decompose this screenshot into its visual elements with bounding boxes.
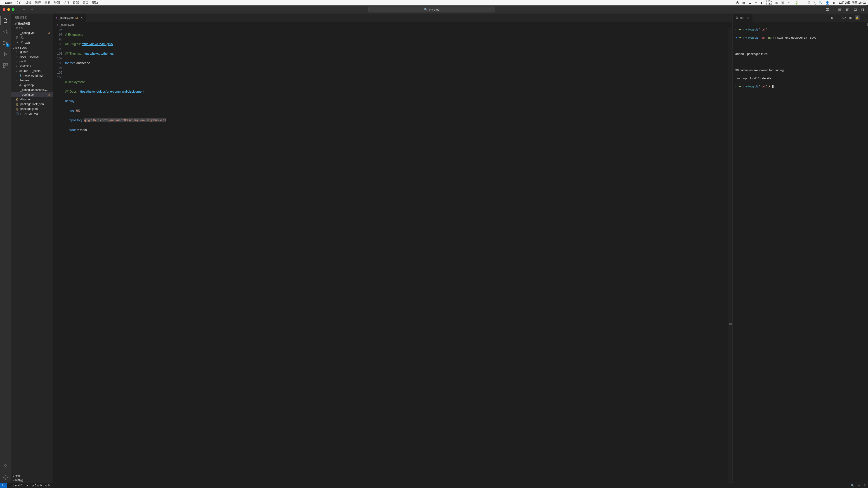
json-icon: {} bbox=[16, 102, 19, 106]
svg-rect-7 bbox=[3, 64, 5, 65]
panel-right-icon[interactable]: ◨ bbox=[860, 7, 865, 12]
section-project[interactable]: ⌄ MY-BLOG bbox=[11, 46, 53, 50]
evernote-icon[interactable]: 🐘 bbox=[781, 1, 785, 4]
chevron-right-icon: › bbox=[16, 60, 18, 63]
status-bar: ⎇ main* ⟳ ⊘ 0 ⚠ 0 ⊍ 0 🔍 ☺ 🕭 bbox=[0, 483, 868, 488]
chevron-down-icon[interactable]: ⌄ bbox=[833, 8, 835, 11]
terminal-output[interactable]: ○ ➜ my-blog git:(main) ● ➜ my-blog git:(… bbox=[733, 22, 868, 483]
file-gitkeep[interactable]: ◆.gitkeep bbox=[11, 83, 53, 88]
close-icon[interactable]: ✕ bbox=[16, 41, 19, 44]
open-editor-zsh[interactable]: ✕ ⧉ zsh bbox=[11, 40, 53, 45]
section-open-editors[interactable]: ⌄ 打开的编辑器 bbox=[11, 22, 53, 26]
menu-edit[interactable]: 编辑 bbox=[26, 1, 31, 5]
scrollbar-thumb[interactable] bbox=[867, 23, 868, 26]
wifi-icon[interactable]: ᯤ bbox=[788, 1, 792, 4]
folder-public[interactable]: ›public bbox=[11, 59, 53, 64]
remote-button[interactable] bbox=[0, 483, 7, 488]
file-package-json[interactable]: {}package.json bbox=[11, 106, 53, 111]
folder-github[interactable]: ›.github bbox=[11, 50, 53, 54]
folder-themes[interactable]: ⌄themes bbox=[11, 78, 53, 83]
siri-icon[interactable]: ◉ bbox=[833, 1, 835, 4]
add-button[interactable]: + bbox=[836, 16, 838, 20]
macos-menubar: Code 文件 编辑 选择 查看 转到 运行 终端 窗口 帮助 ⦿ ▦ ☁︎ ✧… bbox=[0, 0, 868, 5]
battery-icon[interactable]: 🔋 bbox=[795, 1, 798, 4]
activity-debug[interactable] bbox=[0, 49, 11, 59]
app-name[interactable]: Code bbox=[5, 1, 12, 4]
user-icon[interactable]: 👤 bbox=[826, 1, 829, 4]
menu-select[interactable]: 选择 bbox=[35, 1, 41, 5]
file-readme[interactable]: ⓘREADME.md bbox=[11, 111, 53, 117]
sync-button[interactable]: ⟳ bbox=[26, 484, 28, 487]
bell-icon[interactable]: 🕭 bbox=[864, 484, 866, 487]
tray-icon[interactable]: ▦ bbox=[742, 1, 745, 4]
bold-button[interactable]: B bbox=[831, 16, 833, 20]
file-db-json[interactable]: {}db.json bbox=[11, 97, 53, 102]
menu-go[interactable]: 转到 bbox=[54, 1, 60, 5]
zoom-window-button[interactable] bbox=[12, 8, 14, 11]
copilot-status-icon[interactable]: ☺ bbox=[858, 484, 860, 487]
folder-scaffolds[interactable]: ›scaffolds bbox=[11, 64, 53, 68]
menu-file[interactable]: 文件 bbox=[16, 1, 22, 5]
spotlight-icon[interactable]: 🔍 bbox=[818, 1, 822, 4]
more-icon[interactable]: ⋯ bbox=[862, 16, 865, 20]
nav-forward-button[interactable]: → bbox=[29, 7, 35, 12]
clock-icon[interactable]: ◷ bbox=[802, 1, 804, 4]
section-outline[interactable]: ›大纲 bbox=[11, 474, 53, 478]
activity-explorer[interactable] bbox=[0, 15, 11, 25]
command-center-search[interactable]: 🔍 my-blog bbox=[368, 6, 495, 12]
problems-button[interactable]: ⊘ 0 ⚠ 0 bbox=[32, 484, 41, 487]
code-content[interactable]: # Extensions ## Plugins: https://hexo.io… bbox=[65, 28, 733, 483]
record-icon[interactable]: ⦿ bbox=[736, 1, 739, 4]
editor-body[interactable]: 96 97 98 99 100 101 102 103 104 105 106 … bbox=[53, 28, 733, 483]
svg-point-10 bbox=[4, 464, 6, 466]
ruler-icon[interactable]: ╲ bbox=[813, 1, 815, 4]
folder-node-modules[interactable]: ›node_modules bbox=[11, 54, 53, 59]
menu-view[interactable]: 查看 bbox=[44, 1, 51, 5]
clock-text[interactable]: 12月25日 周三 16:02 bbox=[838, 1, 866, 5]
minimize-window-button[interactable] bbox=[7, 8, 10, 11]
menu-help[interactable]: 帮助 bbox=[92, 1, 98, 5]
menu-window[interactable]: 窗口 bbox=[83, 1, 88, 5]
menu-run[interactable]: 运行 bbox=[64, 1, 69, 5]
breadcrumb[interactable]: ! _config.yml bbox=[53, 22, 733, 28]
tray-icon-4[interactable]: ▮ bbox=[761, 1, 763, 4]
hex-button[interactable]: HEX bbox=[840, 16, 846, 20]
activity-search[interactable] bbox=[0, 27, 11, 37]
close-icon[interactable]: ✕ bbox=[747, 16, 749, 20]
nav-back-button[interactable]: ← bbox=[21, 7, 28, 12]
activity-account[interactable] bbox=[0, 461, 11, 471]
yaml-icon: ! bbox=[16, 31, 19, 35]
section-timeline[interactable]: ›时间线 bbox=[11, 478, 53, 483]
copilot-icon[interactable] bbox=[825, 7, 830, 12]
more-icon[interactable]: ⋯ bbox=[47, 16, 49, 19]
branch-button[interactable]: ⎇ main* bbox=[11, 484, 22, 487]
panel-left-icon[interactable]: ◧ bbox=[845, 7, 850, 12]
tray-icon-3[interactable]: ✧ bbox=[755, 1, 757, 4]
tab-config-yml[interactable]: ! _config.yml M ✕ bbox=[53, 13, 86, 22]
file-config[interactable]: !_config.ymlM bbox=[11, 92, 53, 97]
close-window-button[interactable] bbox=[3, 8, 5, 11]
file-config-landscape[interactable]: !_config.landscape.y... bbox=[11, 88, 53, 92]
tab-zsh[interactable]: ⧉ zsh ✕ bbox=[733, 13, 752, 22]
ports-button[interactable]: ⊍ 0 bbox=[45, 484, 50, 487]
tray-icon-2[interactable]: ☁︎ bbox=[748, 1, 752, 4]
vscode-window: ← → 🔍 my-blog ⌄ ▦ ◧ ⬓ ◨ bbox=[0, 5, 868, 488]
activity-extensions[interactable] bbox=[0, 61, 11, 70]
zoom-icon[interactable]: 🔍 bbox=[851, 484, 855, 487]
activity-settings[interactable] bbox=[0, 473, 11, 483]
split-icon[interactable]: ◧ bbox=[849, 16, 852, 20]
minimap[interactable] bbox=[728, 28, 733, 483]
file-package-lock[interactable]: {}package-lock.json bbox=[11, 102, 53, 106]
menu-terminal[interactable]: 终端 bbox=[73, 1, 79, 5]
open-editor-config[interactable]: ! _config.yml M bbox=[11, 31, 53, 35]
control-center-icon[interactable]: ☷ bbox=[807, 1, 810, 4]
folder-source[interactable]: ⌄source / _posts bbox=[11, 68, 53, 73]
wechat-icon[interactable]: ✉︎ bbox=[775, 1, 778, 4]
panel-bottom-icon[interactable]: ⬓ bbox=[852, 7, 858, 12]
activity-scm[interactable]: 1 bbox=[0, 38, 11, 48]
lock-icon[interactable]: 🔒 bbox=[855, 15, 860, 20]
close-icon[interactable]: ✕ bbox=[81, 16, 83, 20]
layout-grid-icon[interactable]: ▦ bbox=[837, 7, 842, 12]
file-hello-world[interactable]: ⬇hello-world.md bbox=[11, 73, 53, 78]
more-icon[interactable]: ⋯ bbox=[726, 15, 730, 20]
